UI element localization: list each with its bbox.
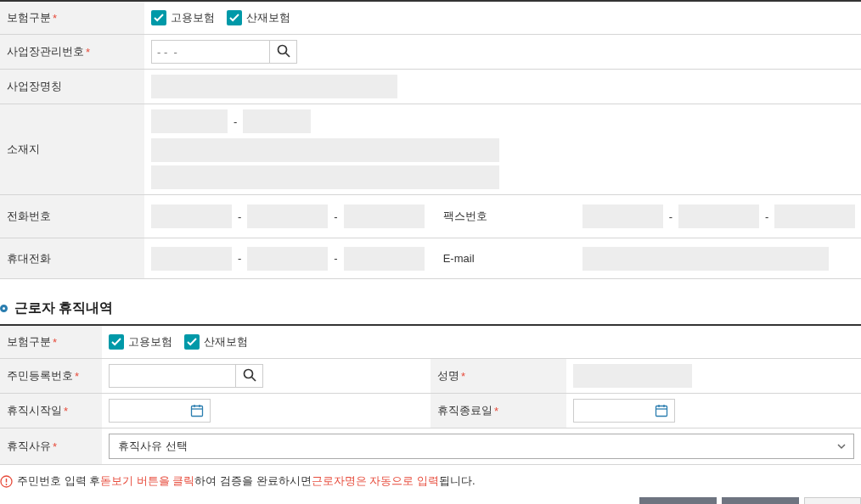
svg-line-3 (251, 377, 256, 381)
svg-line-1 (285, 53, 290, 57)
name-input[interactable] (573, 364, 692, 388)
ind-insurance-checkbox[interactable]: 산재보험 (227, 10, 290, 25)
address2-input[interactable] (151, 165, 499, 189)
ins-type2-label: 보험구분 * (0, 326, 102, 358)
phone1-input[interactable] (151, 204, 232, 228)
phone2-input[interactable] (247, 204, 328, 228)
alert-icon (0, 475, 13, 488)
fax2-input[interactable] (678, 204, 759, 228)
address1-input[interactable] (151, 138, 499, 162)
fax3-input[interactable] (774, 204, 855, 228)
svg-rect-8 (656, 406, 667, 417)
mobile3-input[interactable] (344, 247, 425, 271)
check-icon (184, 334, 200, 350)
calendar-icon[interactable] (190, 404, 204, 417)
emp-insurance2-checkbox[interactable]: 고용보험 (109, 334, 172, 350)
insurance-type-label: 보험구분 * (0, 2, 144, 34)
postal2-input[interactable] (243, 109, 311, 133)
reason-select[interactable]: 휴직사유 선택 (109, 434, 854, 459)
search-icon (277, 44, 290, 60)
check-icon (109, 334, 124, 350)
reset-button[interactable]: 초기화 (804, 497, 861, 504)
biz-mgmt-no-search-button[interactable] (270, 40, 297, 64)
fax1-input[interactable] (582, 204, 663, 228)
end-date-label: 휴직종료일 * (430, 394, 566, 428)
name-label: 성명 * (430, 359, 566, 393)
reason-label: 휴직사유 * (0, 428, 102, 464)
biz-mgmt-no-label: 사업장관리번호* (0, 35, 144, 69)
insurance-type-value: 고용보험 산재보험 (144, 2, 861, 34)
start-date-label: 휴직시작일 * (0, 394, 102, 428)
chevron-down-icon (836, 441, 847, 451)
ind-insurance2-checkbox[interactable]: 산재보험 (184, 334, 248, 350)
email-label: E-mail (436, 244, 579, 273)
email-input[interactable] (582, 247, 829, 271)
check-icon (227, 10, 242, 25)
svg-point-14 (6, 484, 8, 485)
biz-name-label: 사업장명칭 (0, 70, 144, 104)
bullet-icon (0, 305, 8, 312)
emp-insurance-checkbox[interactable]: 고용보험 (151, 10, 215, 25)
biz-name-input[interactable] (151, 75, 397, 98)
rrn-label: 주민등록번호 * (0, 359, 102, 393)
phone-label: 전화번호 (0, 195, 144, 238)
location-label: 소재지 (0, 104, 144, 194)
section-worker-leave-title: 근로자 휴직내역 (0, 300, 861, 317)
biz-mgmt-no-input[interactable] (151, 40, 270, 64)
rrn-input[interactable] (109, 364, 236, 388)
phone3-input[interactable] (344, 204, 425, 228)
svg-point-0 (278, 45, 286, 53)
mobile-label: 휴대전화 (0, 238, 144, 278)
calendar-icon[interactable] (655, 404, 668, 417)
add-target-button[interactable]: 대상자추가 (639, 497, 717, 504)
search-icon (243, 368, 256, 384)
delete-target-button[interactable]: 대상자삭제 (722, 497, 799, 504)
svg-point-2 (244, 369, 252, 378)
mobile2-input[interactable] (247, 247, 328, 271)
fax-label: 팩스번호 (436, 200, 579, 232)
info-message: 주민번호 입력 후 돋보기 버튼을 클릭 하여 검증을 완료하시면 근로자명은 … (0, 473, 861, 489)
svg-rect-4 (192, 406, 203, 417)
rrn-search-button[interactable] (236, 364, 263, 388)
postal1-input[interactable] (151, 109, 228, 133)
check-icon (151, 10, 166, 25)
mobile1-input[interactable] (151, 247, 232, 271)
dash: - (231, 115, 239, 128)
